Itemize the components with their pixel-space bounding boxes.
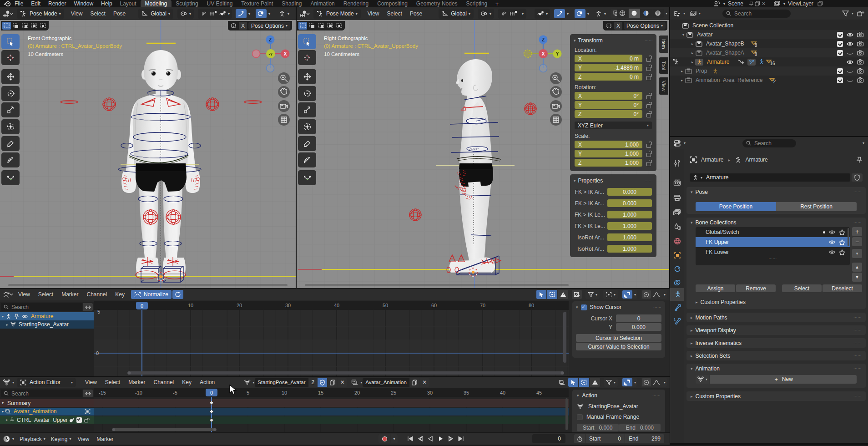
- svg-text:-15: -15: [99, 390, 106, 395]
- svg-text:Y: Y: [556, 51, 559, 56]
- svg-text:0: 0: [141, 303, 143, 309]
- svg-text:10: 10: [188, 303, 193, 308]
- svg-text:20: 20: [354, 390, 360, 395]
- svg-text:X: X: [542, 51, 545, 56]
- svg-text:40: 40: [334, 303, 339, 308]
- svg-text:5: 5: [247, 390, 249, 395]
- svg-text:Front Orthographic: Front Orthographic: [28, 35, 72, 41]
- svg-text:0: 0: [96, 350, 99, 356]
- svg-text:80: 80: [529, 303, 534, 308]
- svg-text:20: 20: [237, 303, 242, 308]
- svg-text:30: 30: [285, 303, 291, 308]
- svg-text:25: 25: [391, 390, 396, 395]
- svg-text:70: 70: [480, 303, 485, 308]
- svg-text:60: 60: [431, 303, 437, 308]
- svg-text:10 Centimeters: 10 Centimeters: [324, 51, 359, 57]
- svg-text:Z: Z: [542, 37, 545, 42]
- svg-text:50: 50: [383, 303, 388, 308]
- svg-text:(0) Armature : CTRL_Avatar_Upp: (0) Armature : CTRL_Avatar_UpperBody: [28, 43, 122, 49]
- svg-text:35: 35: [464, 390, 469, 395]
- svg-text:40: 40: [500, 390, 505, 395]
- svg-text:-Y: -Y: [269, 52, 273, 56]
- svg-text:5: 5: [97, 309, 100, 314]
- svg-text:45: 45: [536, 390, 542, 395]
- svg-text:0: 0: [210, 390, 213, 395]
- svg-text:Right Orthographic: Right Orthographic: [324, 35, 368, 41]
- svg-text:10: 10: [282, 390, 287, 395]
- svg-text:10 Centimeters: 10 Centimeters: [28, 51, 63, 57]
- svg-text:-5: -5: [173, 390, 177, 395]
- svg-text:15: 15: [318, 390, 323, 395]
- svg-text:30: 30: [427, 390, 433, 395]
- svg-text:Z: Z: [269, 37, 272, 42]
- svg-text:X: X: [284, 51, 287, 56]
- svg-text:(0) Armature : CTRL_Avatar_Upp: (0) Armature : CTRL_Avatar_UpperBody: [324, 43, 418, 49]
- svg-text:-10: -10: [135, 390, 142, 395]
